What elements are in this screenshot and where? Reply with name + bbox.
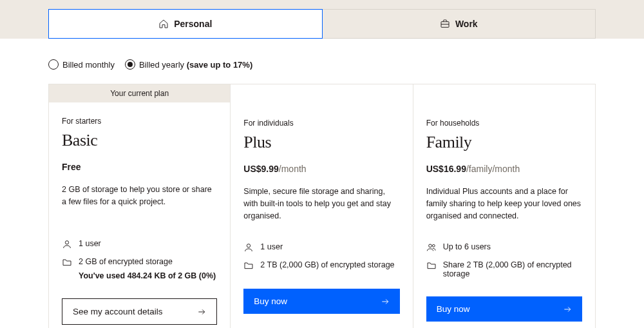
plan-name: Plus [243,133,399,152]
plan-storage: 2 GB of encrypted storage [62,253,217,271]
plan-price: Free [62,162,217,172]
plan-tabs: Personal Work [48,9,596,39]
plans-grid: Your current plan For starters Basic Fre… [48,84,596,328]
arrow-right-icon [381,297,390,306]
plan-card-plus: For individuals Plus US$9.99/month Simpl… [231,84,413,328]
tab-personal-label: Personal [174,19,212,29]
plan-audience: For starters [62,117,217,126]
user-icon [243,242,254,253]
plan-usage: You've used 484.24 KB of 2 GB (0%) [79,271,217,284]
svg-point-1 [65,241,68,244]
radio-selected-icon [125,59,135,70]
svg-point-4 [432,245,435,247]
billing-toggle: Billed monthly Billed yearly (save up to… [48,39,596,84]
plan-description: Individual Plus accounts and a place for… [426,186,582,222]
plan-price: US$16.99/family/month [426,164,582,174]
tab-personal[interactable]: Personal [48,9,323,39]
plan-users: 1 user [62,235,217,253]
plan-storage: 2 TB (2,000 GB) of encrypted storage [243,256,399,275]
users-icon [426,242,437,253]
buy-now-button[interactable]: Buy now [426,296,582,322]
plan-storage: Share 2 TB (2,000 GB) of encrypted stora… [426,256,582,282]
cta-label: Buy now [437,304,470,314]
radio-icon [48,59,59,70]
folder-icon [426,260,437,271]
arrow-right-icon [563,305,572,314]
billing-monthly-label: Billed monthly [62,60,115,70]
arrow-right-icon [197,307,206,316]
tab-work[interactable]: Work [323,9,596,39]
billing-yearly-option[interactable]: Billed yearly (save up to 17%) [125,59,252,70]
tab-work-label: Work [455,19,478,29]
cta-label: Buy now [254,296,287,306]
home-icon [158,19,169,29]
plan-audience: For individuals [243,119,399,128]
cta-label: See my account details [73,307,163,316]
plan-users: Up to 6 users [426,238,582,256]
user-icon [62,239,72,249]
plan-name: Family [426,133,582,152]
plan-card-basic: Your current plan For starters Basic Fre… [48,84,231,328]
plan-description: 2 GB of storage to help you store or sha… [62,184,217,218]
plan-price: US$9.99/month [243,164,399,174]
plan-name: Basic [62,131,217,150]
current-plan-banner: Your current plan [49,84,230,102]
buy-now-button[interactable]: Buy now [243,289,399,314]
svg-point-2 [247,244,251,247]
plan-users: 1 user [243,238,399,256]
folder-icon [243,260,254,271]
billing-yearly-label: Billed yearly (save up to 17%) [139,60,252,70]
billing-monthly-option[interactable]: Billed monthly [48,59,115,70]
plan-banner-empty [231,84,412,104]
plan-description: Simple, secure file storage and sharing,… [243,186,399,222]
svg-point-3 [428,244,431,247]
briefcase-icon [440,19,450,29]
plan-card-family: For households Family US$16.99/family/mo… [413,84,596,328]
plan-banner-empty [413,84,595,104]
account-details-button[interactable]: See my account details [62,298,217,325]
folder-icon [62,257,72,267]
plan-audience: For households [426,119,582,128]
